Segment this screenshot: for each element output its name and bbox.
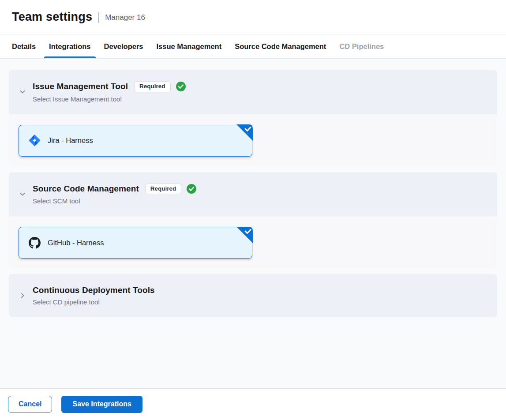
section-text: Continuous Deployment Tools Select CD pi… — [33, 285, 155, 306]
section-subtitle: Select Issue Management tool — [33, 95, 186, 103]
section-cd-header[interactable]: Continuous Deployment Tools Select CD pi… — [9, 274, 497, 317]
page-subtitle: Manager 16 — [105, 13, 145, 22]
tool-option-github[interactable]: GitHub - Harness — [19, 227, 252, 259]
tab-cd-pipelines-label: CD Pipelines — [339, 42, 384, 51]
section-issue-management-header[interactable]: Issue Management Tool Required Select Is… — [9, 70, 497, 114]
section-subtitle: Select SCM tool — [33, 197, 196, 205]
active-tab-underline — [44, 56, 95, 58]
section-issue-management-tool: Issue Management Tool Required Select Is… — [9, 70, 497, 166]
tool-option-jira[interactable]: Jira - Harness — [19, 125, 252, 157]
completed-check-icon — [187, 184, 196, 194]
selected-corner-check-icon — [236, 227, 253, 243]
tab-integrations-label: Integrations — [49, 42, 90, 51]
tab-bar: Details Integrations Developers Issue Ma… — [0, 34, 506, 59]
section-title: Issue Management Tool — [33, 82, 128, 91]
page-header: Team settings Manager 16 — [0, 0, 506, 34]
tool-label: GitHub - Harness — [48, 239, 104, 247]
save-integrations-button[interactable]: Save Integrations — [61, 396, 142, 413]
required-badge: Required — [134, 81, 171, 92]
chevron-right-icon — [19, 292, 26, 300]
tab-developers[interactable]: Developers — [97, 34, 150, 58]
tab-details-label: Details — [12, 42, 36, 51]
section-title: Continuous Deployment Tools — [33, 285, 155, 295]
section-text: Source Code Management Required Select S… — [33, 184, 196, 205]
github-icon — [29, 237, 41, 249]
tab-issue-management[interactable]: Issue Management — [150, 34, 229, 58]
section-text: Issue Management Tool Required Select Is… — [33, 81, 186, 103]
required-badge: Required — [145, 184, 182, 195]
section-source-code-management: Source Code Management Required Select S… — [9, 172, 497, 269]
section-scm-header[interactable]: Source Code Management Required Select S… — [9, 172, 497, 217]
section-subtitle: Select CD pipeline tool — [33, 298, 155, 306]
completed-check-icon — [176, 82, 186, 91]
tab-developers-label: Developers — [104, 42, 143, 51]
cancel-button[interactable]: Cancel — [8, 396, 52, 413]
tab-source-code-management[interactable]: Source Code Management — [228, 34, 333, 58]
jira-icon — [29, 135, 41, 146]
tab-issue-management-label: Issue Management — [157, 42, 222, 51]
tab-integrations[interactable]: Integrations — [42, 34, 97, 58]
footer-action-bar: Cancel Save Integrations — [0, 388, 506, 420]
tool-label: Jira - Harness — [48, 136, 93, 145]
section-continuous-deployment-tools: Continuous Deployment Tools Select CD pi… — [9, 274, 497, 317]
tab-details[interactable]: Details — [5, 34, 42, 58]
chevron-down-icon — [19, 88, 26, 96]
section-issue-management-body: Jira - Harness — [9, 114, 497, 166]
section-title: Source Code Management — [33, 184, 139, 194]
tab-cd-pipelines: CD Pipelines — [333, 34, 390, 58]
title-separator — [98, 12, 99, 23]
tab-source-code-management-label: Source Code Management — [235, 42, 326, 51]
integrations-panel: Issue Management Tool Required Select Is… — [0, 59, 506, 388]
page-title: Team settings — [12, 10, 92, 24]
chevron-down-icon — [19, 190, 26, 198]
section-scm-body: GitHub - Harness — [9, 216, 497, 268]
selected-corner-check-icon — [236, 124, 253, 141]
